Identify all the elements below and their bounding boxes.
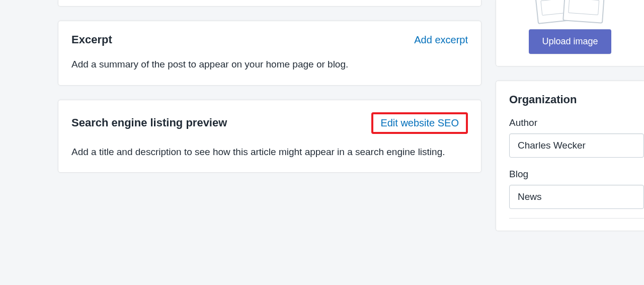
edit-website-seo-button[interactable]: Edit website SEO: [380, 117, 459, 129]
organization-card: Organization Author Blog: [496, 81, 644, 231]
excerpt-card: Excerpt Add excerpt Add a summary of the…: [58, 21, 481, 86]
image-placeholder-icon: [530, 0, 610, 20]
seo-header: Search engine listing preview Edit websi…: [71, 112, 468, 134]
organization-title: Organization: [509, 93, 644, 106]
excerpt-header: Excerpt Add excerpt: [71, 33, 468, 46]
upload-image-button[interactable]: Upload image: [529, 29, 611, 54]
author-select[interactable]: [509, 133, 644, 158]
org-divider: [509, 218, 644, 219]
add-excerpt-button[interactable]: Add excerpt: [414, 34, 468, 46]
blog-label: Blog: [509, 169, 644, 180]
blog-select[interactable]: [509, 185, 644, 209]
author-label: Author: [509, 117, 644, 128]
excerpt-title: Excerpt: [71, 33, 112, 46]
excerpt-description: Add a summary of the post to appear on y…: [71, 57, 468, 72]
seo-action-highlight: Edit website SEO: [371, 112, 468, 134]
seo-card: Search engine listing preview Edit websi…: [58, 100, 481, 173]
featured-image-card: Upload image: [496, 0, 644, 66]
previous-card-bottom: [58, 0, 481, 7]
seo-title: Search engine listing preview: [71, 116, 227, 129]
seo-description: Add a title and description to see how t…: [71, 145, 468, 160]
